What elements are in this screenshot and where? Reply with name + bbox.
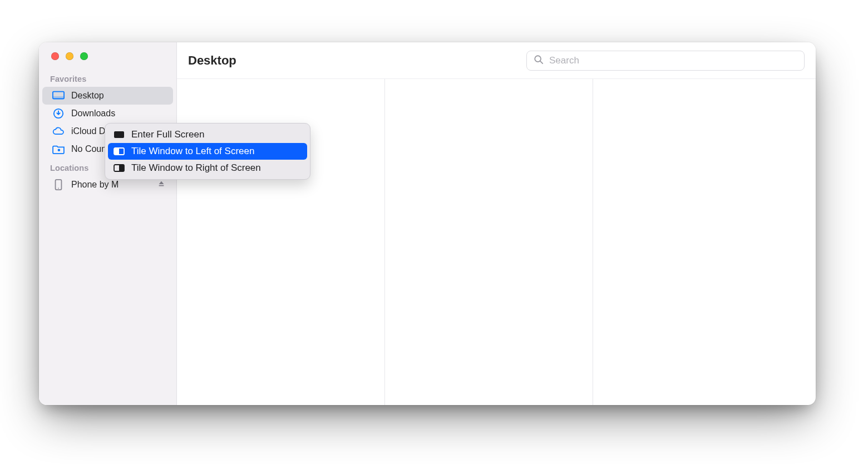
svg-line-7 — [540, 61, 543, 63]
minimize-button[interactable] — [66, 52, 73, 60]
sidebar-item-label: Downloads — [71, 108, 165, 119]
sidebar: Favorites Desktop Downloads iCloud Drive… — [39, 42, 177, 405]
column-2[interactable] — [385, 79, 593, 405]
sidebar-item-downloads[interactable]: Downloads — [42, 105, 173, 122]
sidebar-item-label: Desktop — [71, 91, 165, 101]
search-icon — [534, 55, 544, 67]
tile-right-icon — [114, 164, 125, 172]
zoom-button[interactable] — [80, 52, 88, 60]
desktop-icon — [52, 90, 65, 101]
fullscreen-rect-icon — [114, 130, 125, 139]
menu-item-label: Tile Window to Left of Screen — [131, 146, 254, 157]
search-input[interactable] — [548, 55, 797, 67]
search-field[interactable] — [526, 51, 805, 71]
svg-point-3 — [58, 149, 61, 152]
tile-left-icon — [114, 147, 125, 156]
sidebar-item-label: Phone by M — [71, 180, 151, 190]
svg-rect-12 — [119, 165, 124, 171]
menu-item-tile-right[interactable]: Tile Window to Right of Screen — [108, 160, 307, 176]
svg-rect-10 — [114, 148, 119, 155]
cloud-icon — [52, 126, 65, 137]
menu-item-tile-left[interactable]: Tile Window to Left of Screen — [108, 143, 307, 160]
svg-rect-1 — [53, 96, 64, 99]
toolbar: Desktop — [177, 42, 816, 79]
finder-window: Favorites Desktop Downloads iCloud Drive… — [39, 42, 816, 405]
camera-folder-icon — [52, 144, 65, 155]
phone-icon — [52, 179, 65, 190]
svg-rect-8 — [114, 131, 124, 138]
sidebar-section-favorites: Favorites — [39, 69, 176, 87]
menu-item-label: Enter Full Screen — [131, 129, 204, 140]
menu-item-label: Tile Window to Right of Screen — [131, 162, 261, 174]
svg-point-5 — [58, 187, 59, 189]
window-title: Desktop — [188, 53, 236, 68]
close-button[interactable] — [51, 52, 59, 60]
sidebar-item-desktop[interactable]: Desktop — [42, 87, 173, 105]
eject-icon[interactable] — [157, 180, 165, 190]
window-menu-popover: Enter Full Screen Tile Window to Left of… — [105, 123, 310, 180]
menu-item-enter-full-screen[interactable]: Enter Full Screen — [108, 126, 307, 143]
download-icon — [52, 108, 65, 119]
main-area: Desktop — [177, 42, 816, 405]
window-controls — [39, 52, 176, 69]
